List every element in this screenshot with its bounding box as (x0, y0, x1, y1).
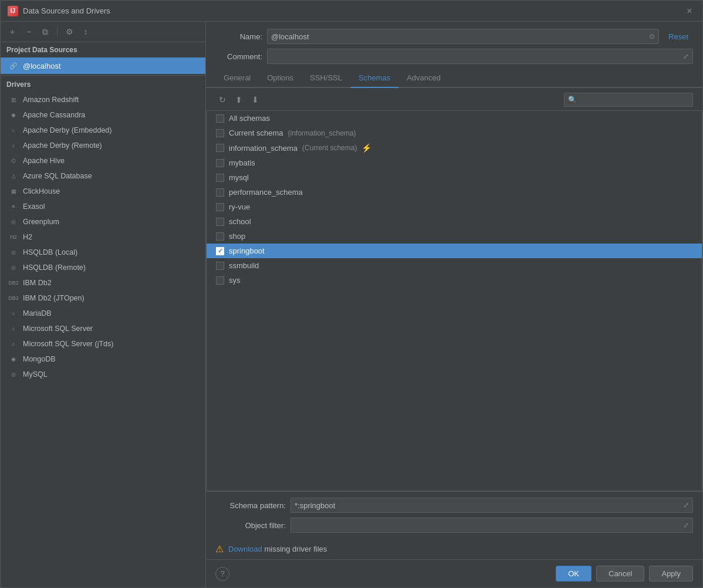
comment-expand-icon[interactable]: ⤢ (682, 51, 690, 62)
schema-item[interactable]: performance_schema (207, 185, 702, 200)
schema-item[interactable]: ✓springboot (207, 244, 702, 258)
schema-item[interactable]: information_schema(Current schema)⚡ (207, 140, 702, 156)
close-button[interactable]: × (684, 5, 695, 17)
driver-item[interactable]: ▦ClickHouse (1, 184, 205, 199)
schema-item[interactable]: shop (207, 229, 702, 244)
schema-checkbox[interactable] (216, 144, 224, 152)
schema-checkbox[interactable]: ✓ (216, 247, 224, 255)
driver-item[interactable]: ◉MongoDB (1, 352, 205, 367)
drivers-section-header: Drivers (1, 77, 205, 92)
name-input[interactable] (271, 32, 648, 41)
schema-item[interactable]: Current schema(information_schema) (207, 126, 702, 140)
name-label: Name: (215, 32, 262, 41)
schema-item[interactable]: All schemas (207, 111, 702, 126)
refresh-schemas-button[interactable]: ↻ (215, 93, 229, 106)
driver-item[interactable]: ◎HSQLDB (Local) (1, 245, 205, 260)
driver-name: Amazon Redshift (23, 96, 79, 104)
driver-item[interactable]: △Azure SQL Database (1, 168, 205, 184)
driver-item[interactable]: ⌂Apache Derby (Remote) (1, 138, 205, 153)
schema-search-input[interactable] (579, 96, 689, 104)
driver-item[interactable]: ◎HSQLDB (Remote) (1, 260, 205, 275)
driver-item[interactable]: ⌂Microsoft SQL Server (jTds) (1, 336, 205, 352)
schema-item[interactable]: school (207, 214, 702, 229)
help-button[interactable]: ? (215, 567, 229, 581)
reset-button[interactable]: Reset (664, 31, 693, 43)
driver-item[interactable]: ⌂MariaDB (1, 306, 205, 321)
tab-sshssl[interactable]: SSH/SSL (302, 69, 350, 88)
schema-pattern-input-wrapper: *:springboot ⤢ (290, 498, 693, 513)
check-mark: ✓ (218, 247, 223, 255)
driver-icon: ◎ (9, 370, 18, 379)
driver-name: IBM Db2 (JTOpen) (23, 294, 85, 302)
driver-name: Azure SQL Database (23, 172, 92, 180)
apply-button[interactable]: Apply (649, 566, 693, 582)
object-filter-expand-icon[interactable]: ⤢ (683, 521, 689, 529)
driver-icon: ⌬ (9, 156, 18, 165)
driver-icon: DB2 (9, 278, 18, 288)
footer: ? OK Cancel Apply (206, 559, 702, 587)
collapse-schemas-button[interactable]: ⬆ (232, 93, 246, 106)
schema-item[interactable]: sys (207, 273, 702, 288)
warning-icon: ⚠ (215, 543, 224, 555)
datasource-localhost[interactable]: 🔗 @localhost (1, 58, 205, 74)
driver-item[interactable]: ◎Greenplum (1, 214, 205, 229)
schema-checkbox[interactable] (216, 218, 224, 226)
schema-checkbox[interactable] (216, 114, 224, 123)
schema-item[interactable]: mybatis (207, 156, 702, 170)
schema-note: (information_schema) (288, 129, 356, 137)
schema-item[interactable]: mysql (207, 170, 702, 185)
remove-button[interactable]: − (22, 25, 36, 38)
cancel-button[interactable]: Cancel (596, 566, 644, 582)
tab-options[interactable]: Options (259, 69, 302, 88)
expand-schemas-button[interactable]: ⬇ (248, 93, 262, 106)
driver-icon: DB2 (9, 293, 18, 303)
driver-icon: ⌂ (9, 141, 18, 150)
name-expand-icon[interactable]: ⊙ (648, 31, 656, 42)
driver-item[interactable]: ◎MySQL (1, 367, 205, 382)
schema-checkbox[interactable] (216, 262, 224, 270)
driver-name: MariaDB (23, 309, 52, 317)
schema-checkbox[interactable] (216, 276, 224, 285)
schema-checkbox[interactable] (216, 159, 224, 167)
driver-item[interactable]: ⌂Apache Derby (Embedded) (1, 123, 205, 138)
tab-advanced[interactable]: Advanced (398, 69, 449, 88)
schema-pattern-label: Schema pattern: (215, 501, 286, 510)
schema-checkbox[interactable] (216, 174, 224, 182)
schema-checkbox[interactable] (216, 188, 224, 197)
driver-item[interactable]: ▥Amazon Redshift (1, 92, 205, 107)
schema-name: Current schema (229, 129, 283, 137)
move-button[interactable]: ↕ (79, 25, 93, 38)
schema-checkbox[interactable] (216, 232, 224, 241)
download-link[interactable]: Download (228, 545, 262, 553)
tab-schemas[interactable]: Schemas (350, 69, 398, 88)
schema-checkbox[interactable] (216, 203, 224, 211)
driver-item[interactable]: DB2IBM Db2 (1, 275, 205, 290)
comment-input[interactable] (271, 52, 682, 61)
driver-item[interactable]: H2H2 (1, 229, 205, 245)
driver-item[interactable]: DB2IBM Db2 (JTOpen) (1, 290, 205, 306)
driver-name: Apache Cassandra (23, 111, 85, 119)
add-button[interactable]: + (5, 25, 19, 38)
left-panel: + − ⧉ ⚙ ↕ Project Data Sources 🔗 @localh… (1, 22, 206, 587)
driver-icon: ◎ (9, 263, 18, 272)
schema-name: mybatis (229, 158, 255, 167)
schema-pattern-row: Schema pattern: *:springboot ⤢ (215, 498, 693, 513)
tabs-bar: GeneralOptionsSSH/SSLSchemasAdvanced (206, 69, 702, 88)
schema-item[interactable]: ry-vue (207, 200, 702, 214)
schema-name: ssmbuild (229, 261, 259, 270)
schema-pattern-expand-icon[interactable]: ⤢ (683, 501, 689, 509)
schema-checkbox[interactable] (216, 129, 224, 137)
copy-button[interactable]: ⧉ (38, 25, 52, 38)
driver-item[interactable]: ◉Apache Cassandra (1, 107, 205, 123)
schemas-toolbar: ↻ ⬆ ⬇ 🔍 (206, 93, 702, 110)
project-section-header: Project Data Sources (1, 42, 205, 58)
ok-button[interactable]: OK (556, 566, 592, 582)
driver-item[interactable]: ⌂Microsoft SQL Server (1, 321, 205, 336)
schema-item[interactable]: ssmbuild (207, 258, 702, 273)
tab-general[interactable]: General (215, 69, 259, 88)
driver-item[interactable]: ⌬Apache Hive (1, 153, 205, 168)
settings-button[interactable]: ⚙ (62, 25, 76, 38)
schema-name: performance_schema (229, 188, 303, 197)
object-filter-row: Object filter: ⤢ (215, 518, 693, 533)
driver-item[interactable]: ✕Exasol (1, 199, 205, 214)
